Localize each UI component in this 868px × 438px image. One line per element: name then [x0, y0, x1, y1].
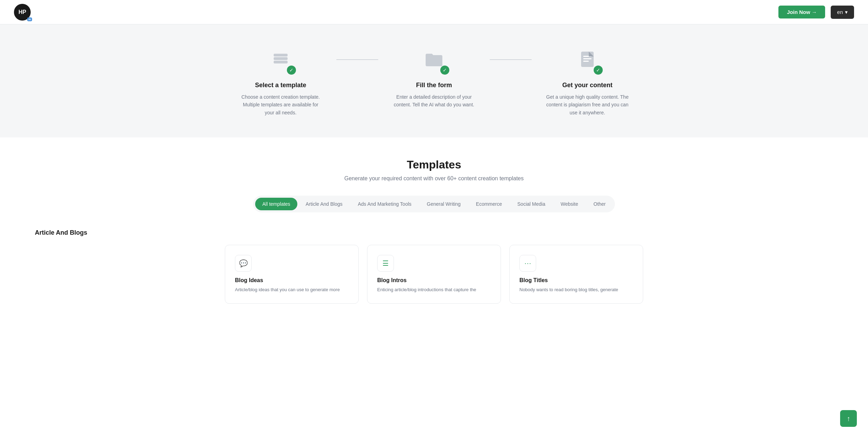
header-right: Join Now → en ▾: [778, 6, 854, 19]
templates-section: Templates Generate your required content…: [0, 137, 868, 325]
step-3-title: Get your content: [562, 82, 612, 89]
tab-article-and-blogs[interactable]: Article And Blogs: [299, 198, 350, 210]
chevron-down-icon: ▾: [845, 9, 848, 15]
logo-ai-badge: AI: [27, 17, 32, 21]
article-section-label: Article And Blogs: [28, 229, 840, 236]
step-2-icon-wrapper: ✓: [420, 45, 448, 73]
header: HP AI Join Now → en ▾: [0, 0, 868, 24]
tab-all-templates[interactable]: All templates: [255, 198, 297, 210]
card-blog-titles-title: Blog Titles: [519, 277, 633, 284]
svg-rect-1: [274, 57, 288, 60]
card-blog-titles[interactable]: ⋯ Blog Titles Nobody wants to read borin…: [509, 245, 643, 304]
section-header: Templates Generate your required content…: [28, 158, 840, 182]
svg-rect-0: [274, 61, 288, 63]
blog-ideas-icon: 💬: [235, 255, 252, 272]
step-2-desc: Enter a detailed description of your con…: [392, 93, 476, 109]
svg-rect-2: [274, 54, 288, 56]
card-blog-intros[interactable]: ☰ Blog Intros Enticing article/blog intr…: [367, 245, 501, 304]
step-2-check: ✓: [440, 66, 449, 75]
step-3-desc: Get a unique high quality content. The c…: [546, 93, 629, 116]
card-blog-ideas-title: Blog Ideas: [235, 277, 349, 284]
step-get-content: ✓ Get your content Get a unique high qua…: [532, 45, 643, 116]
tab-social-media[interactable]: Social Media: [510, 198, 552, 210]
card-blog-ideas-desc: Article/blog ideas that you can use to g…: [235, 286, 349, 294]
steps-section: ✓ Select a template Choose a content cre…: [0, 24, 868, 137]
step-3-check: ✓: [594, 66, 603, 75]
steps-container: ✓ Select a template Choose a content cre…: [225, 45, 643, 116]
step-1-title: Select a template: [255, 82, 306, 89]
logo-area: HP AI: [14, 4, 31, 21]
blog-titles-icon: ⋯: [519, 255, 536, 272]
blog-intros-icon: ☰: [377, 255, 394, 272]
section-title: Templates: [28, 158, 840, 171]
connector-2: [490, 59, 532, 60]
card-blog-intros-desc: Enticing article/blog introductions that…: [377, 286, 491, 294]
card-blog-ideas[interactable]: 💬 Blog Ideas Article/blog ideas that you…: [225, 245, 359, 304]
filter-tabs: All templates Article And Blogs Ads And …: [253, 196, 615, 212]
connector-1: [336, 59, 378, 60]
tab-other[interactable]: Other: [587, 198, 613, 210]
step-3-icon-wrapper: ✓: [573, 45, 601, 73]
svg-rect-5: [583, 58, 592, 59]
tab-website[interactable]: Website: [554, 198, 585, 210]
lang-label: en: [837, 9, 843, 15]
language-selector[interactable]: en ▾: [831, 6, 854, 19]
section-subtitle: Generate your required content with over…: [28, 175, 840, 182]
card-blog-titles-desc: Nobody wants to read boring blog titles,…: [519, 286, 633, 294]
step-2-title: Fill the form: [416, 82, 452, 89]
step-1-desc: Choose a content creation template. Mult…: [239, 93, 322, 116]
tab-general-writing[interactable]: General Writing: [420, 198, 467, 210]
step-1-icon-wrapper: ✓: [267, 45, 295, 73]
svg-rect-6: [583, 61, 589, 62]
step-1-check: ✓: [287, 66, 296, 75]
tab-ecommerce[interactable]: Ecommerce: [469, 198, 509, 210]
logo: HP AI: [14, 4, 31, 21]
cards-grid: 💬 Blog Ideas Article/blog ideas that you…: [225, 245, 643, 304]
step-select-template: ✓ Select a template Choose a content cre…: [225, 45, 336, 116]
step-fill-form: ✓ Fill the form Enter a detailed descrip…: [378, 45, 490, 109]
card-blog-intros-title: Blog Intros: [377, 277, 491, 284]
join-now-button[interactable]: Join Now →: [778, 6, 825, 18]
tab-ads-and-marketing[interactable]: Ads And Marketing Tools: [351, 198, 418, 210]
logo-text: HP: [18, 9, 26, 15]
